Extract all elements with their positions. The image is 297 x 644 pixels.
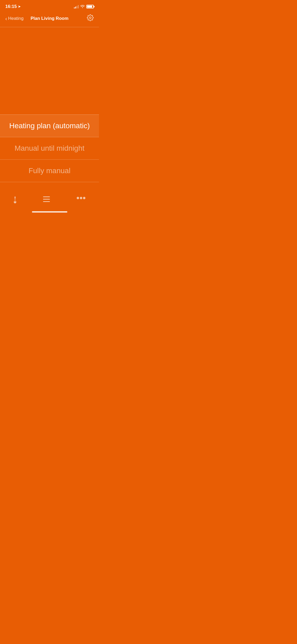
wifi-icon	[80, 4, 85, 9]
battery-icon	[86, 5, 94, 8]
signal-bars	[74, 5, 79, 8]
back-label: Heating	[8, 16, 24, 21]
svg-point-0	[89, 17, 91, 19]
menu-item-automatic-label: Heating plan (automatic)	[9, 122, 90, 130]
tab-temperature[interactable]	[13, 196, 17, 204]
bottom-panel: Heating plan (automatic) Manual until mi…	[0, 114, 99, 182]
svg-rect-5	[43, 199, 50, 200]
dots-icon	[76, 196, 86, 200]
menu-item-fully-manual-label: Fully manual	[29, 167, 70, 175]
menu-item-fully-manual[interactable]: Fully manual	[0, 160, 99, 182]
thermometer-icon	[13, 196, 17, 204]
svg-point-7	[77, 197, 79, 199]
menu-item-automatic[interactable]: Heating plan (automatic)	[0, 115, 99, 137]
svg-rect-6	[43, 201, 50, 202]
status-icons	[74, 4, 94, 9]
menu-item-manual-midnight[interactable]: Manual until midnight	[0, 137, 99, 160]
svg-point-8	[80, 197, 82, 199]
page-title: Plan Living Room	[31, 16, 69, 21]
nav-bar: ‹ Heating Plan Living Room	[0, 12, 99, 27]
main-content-area	[0, 27, 99, 114]
status-time: 16:15 ➤	[5, 4, 21, 9]
svg-point-9	[83, 197, 86, 199]
svg-rect-3	[15, 198, 15, 202]
location-icon: ➤	[18, 5, 21, 8]
gear-icon	[87, 14, 94, 21]
svg-rect-4	[43, 196, 50, 197]
time-display: 16:15	[5, 4, 17, 9]
back-button[interactable]: ‹ Heating	[5, 16, 23, 21]
menu-item-manual-midnight-label: Manual until midnight	[15, 144, 84, 152]
settings-button[interactable]	[87, 14, 94, 23]
status-bar: 16:15 ➤	[0, 0, 99, 12]
tab-more[interactable]	[76, 196, 86, 200]
lines-icon	[43, 196, 50, 202]
tab-plan[interactable]	[43, 196, 50, 202]
chevron-left-icon: ‹	[5, 16, 7, 21]
home-indicator	[32, 211, 67, 213]
